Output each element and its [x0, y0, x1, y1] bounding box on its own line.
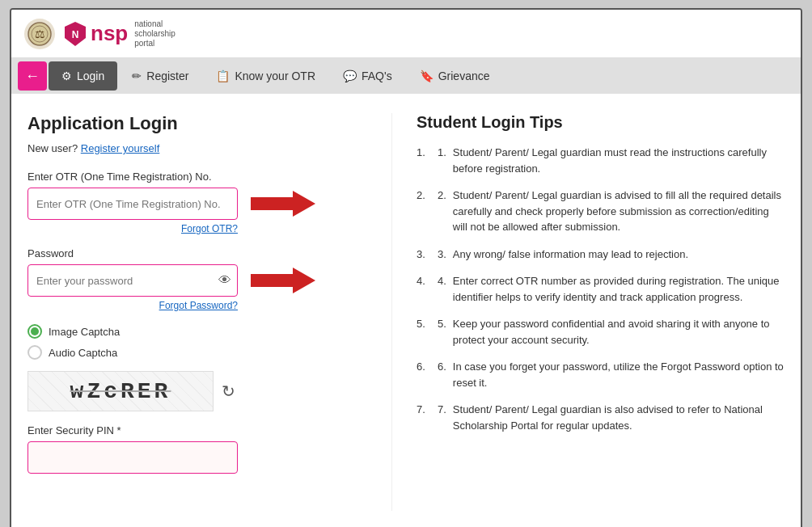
login-icon: ⚙ [61, 70, 72, 82]
tip-text: Any wrong/ false information may lead to… [453, 247, 688, 263]
faq-icon: 💬 [343, 70, 357, 82]
nav-item-faq[interactable]: 💬 FAQ's [330, 61, 405, 91]
grievance-icon: 🔖 [420, 70, 433, 82]
nsp-logo: N nsp nationalscholarshipportal [63, 19, 176, 48]
tip-number: 2. [438, 188, 446, 235]
audio-captcha-radio-btn[interactable] [27, 345, 42, 360]
svg-marker-5 [251, 191, 315, 217]
nav-login-label: Login [77, 70, 104, 82]
password-input[interactable] [27, 264, 238, 297]
svg-marker-6 [251, 268, 315, 293]
nsp-subtitle: nationalscholarshipportal [134, 19, 176, 48]
tips-list-item: 2.Student/ Parent/ Legal guardian is adv… [417, 188, 785, 235]
header: ⚖ N nsp nationalscholarshipportal [11, 10, 801, 58]
back-button[interactable]: ← [18, 61, 47, 91]
tips-list-item: 3.Any wrong/ false information may lead … [417, 247, 785, 263]
know-otr-icon: 📋 [216, 70, 230, 82]
captcha-radio-group: Image Captcha Audio Captcha [27, 324, 351, 360]
password-label: Password [27, 247, 351, 259]
forgot-password-link[interactable]: Forgot Password? [27, 300, 238, 311]
tip-number: 5. [438, 316, 446, 348]
tip-number: 6. [438, 359, 446, 390]
captcha-box: wZcRER ↻ [27, 371, 351, 411]
otr-label: Enter OTR (One Time Registration) No. [27, 171, 351, 183]
captcha-image: wZcRER [27, 371, 214, 411]
tip-text: Enter correct OTR number as provided dur… [453, 273, 785, 305]
security-pin-label: Enter Security PIN * [27, 424, 351, 436]
tip-text: Student/ Parent/ Legal guardian is advis… [453, 188, 785, 235]
tip-text: Keep your password confidential and avoi… [453, 316, 785, 348]
tip-text: In case you forget your password, utiliz… [453, 359, 785, 390]
nav-faq-label: FAQ's [362, 70, 392, 82]
captcha-section: Image Captcha Audio Captcha wZcRER ↻ [27, 324, 351, 474]
eye-toggle-icon[interactable]: 👁 [218, 273, 231, 288]
main-content: Application Login New user? Register you… [11, 94, 801, 527]
left-panel: Application Login New user? Register you… [27, 113, 367, 511]
tips-list-item: 1.Student/ Parent/ Legal guardian must r… [417, 145, 785, 176]
page-title: Application Login [27, 113, 351, 134]
audio-captcha-label: Audio Captcha [49, 347, 117, 359]
nav-item-register[interactable]: ✏ Register [119, 61, 201, 91]
register-link[interactable]: Register yourself [81, 142, 160, 154]
tips-list-item: 7.Student/ Parent/ Legal guardian is als… [417, 402, 785, 433]
otr-arrow-indicator [251, 188, 315, 220]
image-captcha-radio-btn[interactable] [27, 324, 42, 339]
tip-text: Student/ Parent/ Legal guardian must rea… [453, 145, 785, 176]
nsp-brand-text: nsp [91, 21, 128, 45]
password-input-row: 👁 [27, 264, 351, 297]
nav-item-know-otr[interactable]: 📋 Know your OTR [203, 61, 328, 91]
otr-form-group: Enter OTR (One Time Registration) No. Fo… [27, 171, 351, 234]
govt-emblem: ⚖ [24, 19, 55, 49]
main-window: ⚖ N nsp nationalscholarshipportal [10, 8, 802, 527]
new-user-text: New user? Register yourself [27, 142, 351, 154]
tip-number: 3. [438, 247, 446, 263]
tip-number: 7. [438, 402, 446, 433]
svg-text:N: N [72, 29, 79, 40]
right-panel: Student Login Tips 1.Student/ Parent/ Le… [391, 113, 785, 511]
captcha-code: wZcRER [70, 379, 171, 404]
forgot-otr-link[interactable]: Forgot OTR? [27, 223, 238, 234]
nav-know-otr-label: Know your OTR [235, 70, 315, 82]
nav-item-login[interactable]: ⚙ Login [49, 61, 117, 91]
tips-title: Student Login Tips [417, 113, 785, 132]
security-pin-input[interactable] [27, 441, 238, 474]
nav-grievance-label: Grievance [438, 70, 490, 82]
nav-bar: ← ⚙ Login ✏ Register 📋 Know your OTR 💬 F… [11, 58, 801, 94]
tips-list-item: 6.In case you forget your password, util… [417, 359, 785, 390]
image-captcha-label: Image Captcha [49, 326, 120, 338]
new-user-prompt: New user? [27, 142, 78, 154]
image-captcha-radio[interactable]: Image Captcha [27, 324, 351, 339]
tips-list-item: 5.Keep your password confidential and av… [417, 316, 785, 348]
otr-input-row [27, 188, 351, 220]
security-pin-group: Enter Security PIN * [27, 424, 351, 474]
nav-register-label: Register [146, 70, 188, 82]
register-icon: ✏ [132, 70, 142, 82]
tips-list: 1.Student/ Parent/ Legal guardian must r… [417, 145, 785, 433]
audio-captcha-radio[interactable]: Audio Captcha [27, 345, 351, 360]
tip-number: 1. [438, 145, 446, 176]
nav-item-grievance[interactable]: 🔖 Grievance [407, 61, 503, 91]
captcha-refresh-button[interactable]: ↻ [222, 382, 235, 401]
otr-input[interactable] [27, 188, 238, 220]
tip-number: 4. [438, 273, 446, 305]
password-arrow-indicator [251, 264, 315, 297]
logo-area: ⚖ N nsp nationalscholarshipportal [24, 19, 176, 49]
svg-text:⚖: ⚖ [35, 27, 45, 40]
password-form-group: Password 👁 Forgot Password? [27, 247, 351, 311]
tips-list-item: 4.Enter correct OTR number as provided d… [417, 273, 785, 305]
tip-text: Student/ Parent/ Legal guardian is also … [453, 402, 785, 433]
